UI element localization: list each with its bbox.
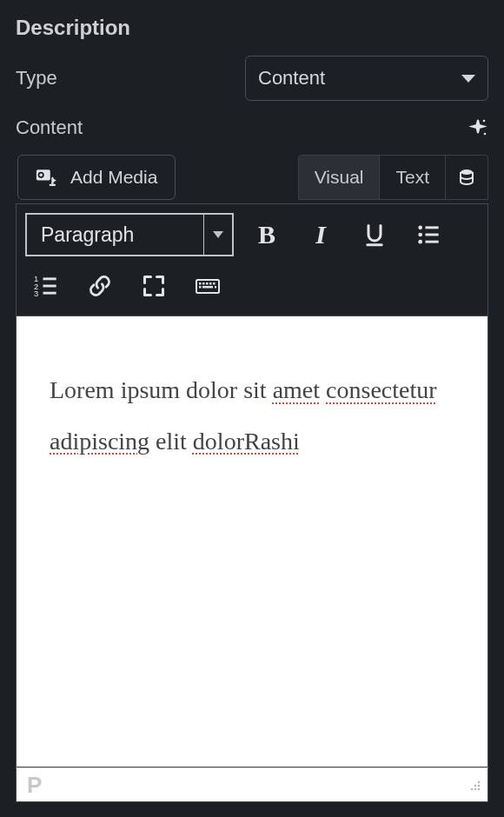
editor-paragraph: Lorem ipsum dolor sit amet consectetur a… [50, 365, 454, 468]
svg-rect-20 [199, 282, 202, 285]
type-label: Type [16, 67, 57, 90]
add-media-label: Add Media [70, 167, 157, 188]
type-select[interactable]: Content [245, 56, 488, 101]
svg-rect-22 [206, 282, 209, 285]
numbered-list-icon: 1 2 3 [34, 274, 58, 298]
svg-point-4 [39, 174, 43, 177]
link-icon [88, 274, 112, 298]
spellcheck-error: consectetur [326, 376, 437, 403]
svg-point-1 [484, 133, 487, 136]
sparkle-icon[interactable] [468, 117, 488, 138]
editor-content-area[interactable]: Lorem ipsum dolor sit amet consectetur a… [16, 316, 488, 767]
type-select-value: Content [258, 67, 325, 90]
numbered-list-button[interactable]: 1 2 3 [25, 265, 67, 307]
type-row: Type Content [16, 56, 488, 101]
svg-point-5 [461, 169, 473, 175]
format-select-value: Paragraph [41, 223, 134, 247]
description-panel: Description Type Content Content [0, 0, 504, 817]
element-path[interactable]: P [27, 772, 42, 799]
chevron-down-icon [461, 75, 475, 83]
spellcheck-error: adipiscing [50, 428, 149, 455]
resize-handle[interactable] [467, 777, 482, 793]
svg-rect-27 [215, 286, 216, 289]
editor-mode-tabs: Visual Text [298, 155, 488, 200]
svg-point-31 [471, 788, 474, 791]
bold-button[interactable]: B [246, 214, 288, 256]
svg-point-11 [418, 240, 422, 244]
database-icon [458, 169, 475, 186]
format-select[interactable]: Paragraph [25, 213, 234, 256]
underline-button[interactable] [354, 214, 395, 256]
italic-icon: I [315, 220, 326, 249]
tab-text[interactable]: Text [380, 156, 446, 199]
format-select-divider [203, 214, 204, 256]
link-button[interactable] [79, 265, 121, 307]
svg-point-33 [478, 788, 481, 791]
svg-rect-24 [213, 282, 216, 285]
underline-icon [362, 223, 387, 247]
keyboard-icon [196, 274, 220, 298]
spellcheck-error: dolorRashi [193, 428, 300, 455]
svg-point-29 [474, 785, 477, 787]
fullscreen-icon [142, 274, 166, 298]
bold-icon: B [258, 220, 275, 249]
svg-rect-23 [209, 282, 212, 285]
svg-text:3: 3 [34, 289, 38, 298]
svg-point-28 [478, 781, 481, 784]
svg-rect-25 [199, 286, 202, 289]
svg-point-30 [478, 785, 481, 787]
editor: Add Media Visual Text Paragraph [16, 155, 488, 802]
media-icon [36, 167, 62, 188]
svg-point-0 [483, 120, 486, 123]
svg-point-9 [418, 233, 422, 237]
content-header: Content [16, 116, 488, 139]
tab-data[interactable] [446, 156, 487, 199]
editor-status-bar: P [16, 767, 488, 802]
fullscreen-button[interactable] [133, 265, 175, 307]
spellcheck-error: amet [273, 376, 320, 403]
bullet-list-icon [416, 223, 441, 247]
editor-topbar: Add Media Visual Text [16, 155, 488, 203]
italic-button[interactable]: I [300, 214, 342, 256]
svg-rect-26 [202, 286, 213, 289]
tab-visual[interactable]: Visual [299, 156, 381, 199]
editor-toolbar: Paragraph B I [16, 203, 488, 316]
svg-point-32 [474, 788, 477, 791]
chevron-down-icon [213, 231, 223, 238]
svg-rect-21 [202, 282, 205, 285]
keyboard-button[interactable] [187, 265, 229, 307]
add-media-button[interactable]: Add Media [17, 155, 176, 200]
bullet-list-button[interactable] [408, 214, 449, 256]
section-title: Description [16, 16, 488, 40]
content-label: Content [16, 116, 83, 139]
svg-point-7 [418, 226, 422, 230]
